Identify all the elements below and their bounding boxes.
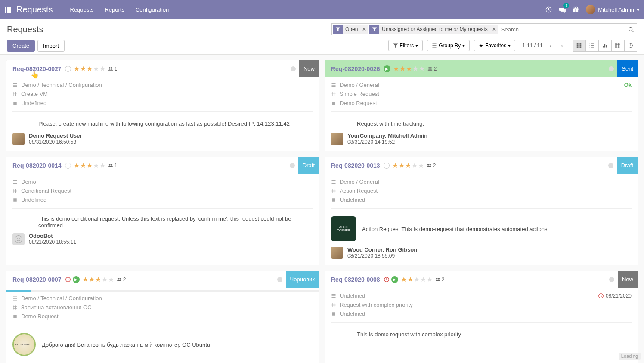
request-id[interactable]: Req-082020-0014 <box>12 162 62 169</box>
user-menu[interactable]: Mitchell Admin ▾ <box>586 5 640 14</box>
status-dot-icon[interactable] <box>65 66 71 72</box>
star-icon[interactable]: ★ <box>87 161 93 169</box>
ok-label: Ok <box>624 82 632 88</box>
create-button[interactable]: Create <box>7 40 35 52</box>
star-icon[interactable]: ★ <box>80 65 86 73</box>
request-id[interactable]: Req-082020-0007 <box>12 276 62 283</box>
facet-remove[interactable]: ✕ <box>490 26 498 32</box>
gift-icon[interactable] <box>573 6 579 13</box>
star-icon[interactable]: ★ <box>93 161 99 169</box>
request-card[interactable]: Req-082020-0014 ★★★★★ 1 Draft Demo Condi… <box>6 157 319 265</box>
star-icon[interactable]: ★ <box>407 275 413 283</box>
svg-rect-56 <box>332 312 335 316</box>
page-title: Requests <box>7 25 43 34</box>
import-button[interactable]: Import <box>37 40 65 52</box>
star-icon[interactable]: ★ <box>74 161 80 169</box>
pager-prev[interactable]: ‹ <box>547 40 554 51</box>
star-icon[interactable]: ★ <box>95 275 101 283</box>
star-icon[interactable]: ★ <box>89 275 95 283</box>
followers[interactable]: 2 <box>427 163 436 169</box>
kanban-state-icon[interactable] <box>609 277 614 282</box>
svg-rect-20 <box>579 45 580 46</box>
star-icon[interactable]: ★ <box>99 161 105 169</box>
star-icon[interactable]: ★ <box>414 275 420 283</box>
followers[interactable]: 2 <box>435 277 445 283</box>
svg-rect-4 <box>7 9 9 11</box>
request-card[interactable]: Req-082020-0008 ▶ ★★★★★ 2 New Undefined0… <box>325 271 638 363</box>
star-icon[interactable]: ★ <box>418 161 424 169</box>
star-icon[interactable]: ★ <box>412 65 418 73</box>
filters-button[interactable]: Filters ▾ <box>388 40 423 51</box>
status-badge: Чорновик <box>286 271 319 288</box>
star-icon[interactable]: ★ <box>93 65 99 73</box>
play-icon[interactable]: ▶ <box>73 276 80 283</box>
status-dot-icon[interactable] <box>384 163 390 169</box>
search-bar[interactable]: Open ✕ Unassigned or Assigned to me or M… <box>331 23 637 35</box>
groupby-button[interactable]: Group By ▾ <box>427 40 470 51</box>
star-icon[interactable]: ★ <box>87 65 93 73</box>
kanban-state-icon[interactable] <box>609 66 614 71</box>
star-icon[interactable]: ★ <box>419 65 425 73</box>
svg-point-54 <box>438 277 440 279</box>
request-card[interactable]: 👆 Req-082020-0027 ★★★★★ 1 New Demo / Tec… <box>6 60 319 151</box>
play-icon[interactable]: ▶ <box>391 276 398 283</box>
favorites-button[interactable]: ★ Favorites ▾ <box>474 40 515 51</box>
star-icon[interactable]: ★ <box>108 275 114 283</box>
kanban-state-icon[interactable] <box>291 66 296 71</box>
card-body: Demo / Technical / Configuration Запит н… <box>6 288 319 363</box>
star-icon[interactable]: ★ <box>80 161 86 169</box>
apps-icon[interactable] <box>4 5 11 14</box>
pager-next[interactable]: › <box>558 40 566 51</box>
star-icon[interactable]: ★ <box>74 65 80 73</box>
star-icon[interactable]: ★ <box>420 275 426 283</box>
pivot-view-button[interactable] <box>611 40 624 52</box>
kanban-state-icon[interactable] <box>290 163 295 168</box>
star-icon[interactable]: ★ <box>399 65 406 73</box>
followers[interactable]: 1 <box>108 66 118 72</box>
search-input[interactable] <box>499 25 635 34</box>
kind-line: Undefined <box>12 100 313 106</box>
request-id[interactable]: Req-082020-0026 <box>331 65 380 72</box>
star-icon[interactable]: ★ <box>82 275 88 283</box>
followers[interactable]: 2 <box>427 66 437 72</box>
star-icon[interactable]: ★ <box>392 161 398 169</box>
request-id[interactable]: Req-082020-0027 <box>12 65 62 72</box>
star-icon[interactable]: ★ <box>393 65 399 73</box>
star-icon[interactable]: ★ <box>427 275 433 283</box>
star-icon[interactable]: ★ <box>399 161 405 169</box>
followers[interactable]: 2 <box>117 277 126 283</box>
brand[interactable]: Requests <box>16 5 53 15</box>
request-id[interactable]: Req-082020-0013 <box>331 162 380 169</box>
graph-view-button[interactable] <box>598 40 611 52</box>
search-icon[interactable] <box>628 26 634 33</box>
list-view-button[interactable] <box>585 40 598 52</box>
star-icon[interactable]: ★ <box>401 275 407 283</box>
nav-configuration[interactable]: Configuration <box>136 6 169 13</box>
play-icon[interactable]: ▶ <box>384 65 390 72</box>
facet-label: Open <box>343 26 360 32</box>
followers[interactable]: 1 <box>108 163 118 169</box>
star-icon[interactable]: ★ <box>406 65 412 73</box>
request-card[interactable]: Req-082020-0013 ★★★★★ 2 Draft Demo / Gen… <box>325 157 638 265</box>
kanban-state-icon[interactable] <box>608 163 613 168</box>
activity-view-button[interactable] <box>624 40 637 52</box>
kanban-state-icon[interactable] <box>277 277 282 282</box>
kanban-view-button[interactable] <box>573 40 585 52</box>
card-description: This is demo conditional request. Unless… <box>12 214 313 230</box>
star-icon[interactable]: ★ <box>102 275 108 283</box>
star-icon[interactable]: ★ <box>412 161 418 169</box>
facet-remove[interactable]: ✕ <box>360 26 368 32</box>
star-icon[interactable]: ★ <box>99 65 105 73</box>
request-id[interactable]: Req-082020-0008 <box>331 276 380 283</box>
request-card[interactable]: Req-082020-0026 ▶ ★★★★★ 2 Sent Demo / Ge… <box>325 60 638 151</box>
nav-reports[interactable]: Reports <box>105 6 124 13</box>
nav-requests[interactable]: Requests <box>70 6 94 13</box>
star-icon[interactable]: ★ <box>405 161 411 169</box>
request-card[interactable]: Req-082020-0007 ▶ ★★★★★ 2 Чорновик Demo … <box>6 271 319 363</box>
card-description: This is demo request with complex priori… <box>331 328 632 341</box>
clock-icon[interactable] <box>545 6 552 13</box>
status-dot-icon[interactable] <box>65 163 71 169</box>
chat-icon[interactable]: 3 <box>559 6 566 13</box>
svg-rect-7 <box>7 11 9 13</box>
category-line: Demo / GeneralOk <box>331 82 632 88</box>
